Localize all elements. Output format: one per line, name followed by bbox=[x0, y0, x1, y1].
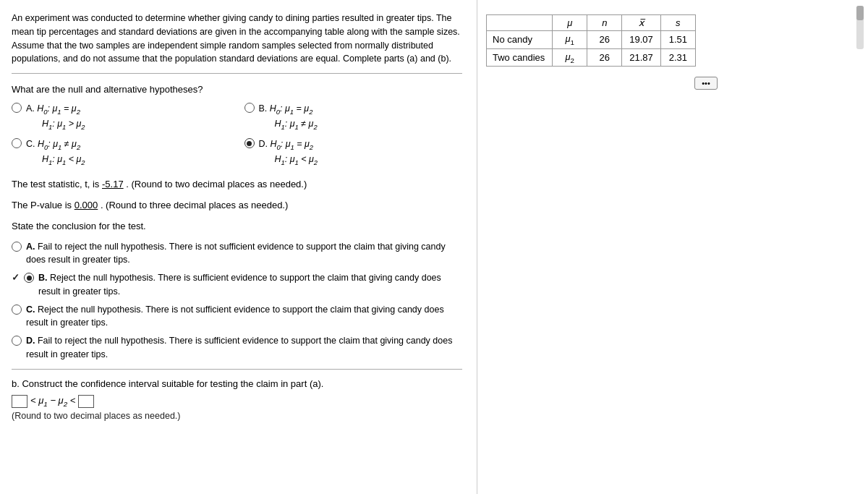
conclusion-radio-d[interactable] bbox=[12, 336, 22, 346]
option-c-text: C. H0: μ1 ≠ μ2 H1: μ1 < μ2 bbox=[26, 137, 85, 167]
radio-b[interactable] bbox=[244, 103, 255, 113]
hypothesis-option-d[interactable]: D. H0: μ1 = μ2 H1: μ1 < μ2 bbox=[244, 137, 463, 167]
radio-a[interactable] bbox=[12, 103, 22, 113]
table-header-mu: μ bbox=[553, 15, 587, 31]
option-d-h1: H1: μ1 < μ2 bbox=[259, 154, 318, 164]
ci-middle-text: < μ1 − μ2 < bbox=[30, 395, 75, 408]
row-two-candies-n: 26 bbox=[587, 48, 622, 67]
row-label-two-candies: Two candies bbox=[487, 48, 553, 67]
table-header-s: s bbox=[660, 15, 695, 31]
radio-c[interactable] bbox=[12, 138, 22, 148]
conclusion-c-label: C. bbox=[26, 305, 35, 315]
row-no-candy-x: 19.07 bbox=[622, 31, 661, 49]
option-a-h0: H0: μ1 = μ2 bbox=[37, 103, 80, 114]
ci-note: (Round to two decimal places as needed.) bbox=[12, 411, 462, 421]
ci-left-input[interactable] bbox=[12, 395, 27, 408]
conclusion-radio-b-selected[interactable] bbox=[24, 273, 34, 283]
table-row-no-candy: No candy μ1 26 19.07 1.51 bbox=[487, 31, 696, 49]
p-value-line: The P-value is 0.000 . (Round to three d… bbox=[12, 198, 462, 213]
table-header-empty bbox=[487, 15, 553, 31]
option-c-label: C. bbox=[26, 139, 35, 149]
p-value-label: The P-value is bbox=[12, 200, 72, 210]
option-b-label: B. bbox=[259, 103, 268, 114]
scroll-thumb[interactable] bbox=[856, 6, 864, 20]
check-mark-b: ✓ bbox=[12, 272, 20, 283]
conclusion-d-label: D. bbox=[26, 336, 35, 346]
test-statistic-note: (Round to two decimal places as needed.) bbox=[131, 179, 307, 189]
conclusion-b-label: B. bbox=[38, 273, 48, 283]
data-table: μ n x̅ s No candy μ1 26 19.07 1.51 Two c… bbox=[486, 14, 696, 67]
table-header-x: x̅ bbox=[622, 15, 661, 31]
option-d-text: D. H0: μ1 = μ2 H1: μ1 < μ2 bbox=[259, 137, 318, 167]
option-a-text: A. H0: μ1 = μ2 H1: μ1 > μ2 bbox=[26, 102, 85, 132]
p-value-note: (Round to three decimal places as needed… bbox=[106, 200, 288, 210]
part-b-title: b. Construct the confidence interval sui… bbox=[12, 378, 462, 389]
option-c-h0: H0: μ1 ≠ μ2 bbox=[38, 139, 80, 149]
conclusion-c[interactable]: C. Reject the null hypothesis. There is … bbox=[12, 303, 462, 331]
option-d-h0: H0: μ1 = μ2 bbox=[270, 139, 313, 149]
conclusion-radio-c[interactable] bbox=[12, 305, 22, 315]
test-statistic-label: The test statistic, t, is bbox=[12, 179, 99, 189]
test-statistic-value: -5.17 bbox=[102, 179, 124, 189]
test-statistic-line: The test statistic, t, is -5.17 . (Round… bbox=[12, 177, 462, 192]
conclusion-options: A. Fail to reject the null hypothesis. T… bbox=[12, 240, 462, 362]
row-no-candy-s: 1.51 bbox=[660, 31, 695, 49]
ellipsis-icon: ••• bbox=[702, 79, 710, 88]
page: An experiment was conducted to determine… bbox=[0, 0, 868, 494]
option-b-h0: H0: μ1 = μ2 bbox=[270, 103, 313, 114]
hypothesis-option-b[interactable]: B. H0: μ1 = μ2 H1: μ1 ≠ μ2 bbox=[244, 102, 463, 132]
option-b-text: B. H0: μ1 = μ2 H1: μ1 ≠ μ2 bbox=[259, 102, 318, 132]
hypothesis-option-c[interactable]: C. H0: μ1 ≠ μ2 H1: μ1 < μ2 bbox=[12, 137, 230, 167]
conclusion-b-content: Reject the null hypothesis. There is suf… bbox=[38, 273, 441, 297]
p-value-value: 0.000 bbox=[75, 200, 98, 210]
conclusion-title: State the conclusion for the test. bbox=[12, 219, 462, 234]
radio-d-selected[interactable] bbox=[244, 138, 255, 148]
row-two-candies-mu: μ2 bbox=[553, 48, 587, 67]
row-label-no-candy: No candy bbox=[487, 31, 553, 49]
row-two-candies-x: 21.87 bbox=[622, 48, 661, 67]
option-a-label: A. bbox=[26, 103, 35, 114]
confidence-interval-row: < μ1 − μ2 < bbox=[12, 395, 462, 408]
row-two-candies-s: 2.31 bbox=[660, 48, 695, 67]
conclusion-a-text: A. Fail to reject the null hypothesis. T… bbox=[26, 240, 462, 268]
conclusion-radio-a[interactable] bbox=[12, 242, 22, 252]
conclusion-c-text: C. Reject the null hypothesis. There is … bbox=[26, 303, 462, 331]
ci-right-input[interactable] bbox=[78, 395, 94, 408]
option-c-h1: H1: μ1 < μ2 bbox=[26, 154, 85, 164]
conclusion-a-label: A. bbox=[26, 242, 35, 252]
conclusion-d[interactable]: D. Fail to reject the null hypothesis. T… bbox=[12, 334, 462, 362]
conclusion-a-content: Fail to reject the null hypothesis. Ther… bbox=[26, 242, 446, 265]
divider-2 bbox=[12, 369, 462, 370]
conclusion-b-text: B. Reject the null hypothesis. There is … bbox=[38, 271, 462, 299]
conclusion-a[interactable]: A. Fail to reject the null hypothesis. T… bbox=[12, 240, 462, 268]
conclusion-d-text: D. Fail to reject the null hypothesis. T… bbox=[26, 334, 462, 362]
intro-text: An experiment was conducted to determine… bbox=[12, 12, 462, 66]
divider-1 bbox=[12, 73, 462, 74]
conclusion-b[interactable]: ✓ B. Reject the null hypothesis. There i… bbox=[12, 271, 462, 299]
right-panel: ••• μ n x̅ s No candy μ1 26 19.07 1 bbox=[477, 0, 868, 494]
option-b-h1: H1: μ1 ≠ μ2 bbox=[259, 119, 318, 129]
row-no-candy-mu: μ1 bbox=[553, 31, 587, 49]
table-header-n: n bbox=[587, 15, 622, 31]
row-no-candy-n: 26 bbox=[587, 31, 622, 49]
conclusion-c-content: Reject the null hypothesis. There is not… bbox=[26, 305, 444, 328]
hypothesis-option-a[interactable]: A. H0: μ1 = μ2 H1: μ1 > μ2 bbox=[12, 102, 230, 132]
conclusion-d-content: Fail to reject the null hypothesis. Ther… bbox=[26, 336, 452, 359]
hypothesis-options: A. H0: μ1 = μ2 H1: μ1 > μ2 B. H0: μ1 = μ… bbox=[12, 102, 462, 167]
table-row-two-candies: Two candies μ2 26 21.87 2.31 bbox=[487, 48, 696, 67]
hypotheses-question: What are the null and alternative hypoth… bbox=[12, 84, 462, 95]
left-panel: An experiment was conducted to determine… bbox=[0, 0, 477, 494]
scrollbar[interactable] bbox=[856, 6, 864, 49]
expand-button[interactable]: ••• bbox=[694, 77, 718, 90]
option-d-label: D. bbox=[259, 139, 268, 149]
option-a-h1: H1: μ1 > μ2 bbox=[26, 119, 85, 129]
